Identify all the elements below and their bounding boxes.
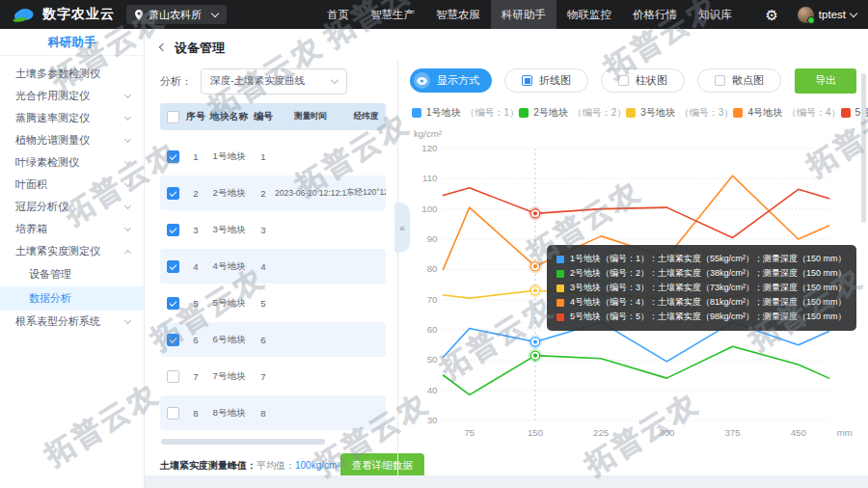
row-checkbox-cell xyxy=(160,407,185,420)
y-tick-label: 30 xyxy=(427,415,438,425)
nav-item[interactable]: 价格行情 xyxy=(622,0,688,29)
nav-item[interactable]: 智慧生产 xyxy=(360,0,425,29)
app-title: 数字农业云 xyxy=(42,6,115,23)
sidebar-item[interactable]: 植物光谱测量仪 xyxy=(0,129,144,151)
table-cell: 6号地块 xyxy=(206,334,252,346)
table-row[interactable]: 33号地块3 xyxy=(160,212,386,247)
table-header-cell: 测量时间 xyxy=(275,111,346,122)
page-header: 设备管理 xyxy=(145,29,868,60)
table-cell: 2 xyxy=(185,188,206,199)
collapse-panel-button[interactable]: « xyxy=(394,203,410,253)
chart-type-checkbox[interactable]: 散点图 xyxy=(697,68,781,93)
table-cell: 2 xyxy=(252,188,275,199)
location-selector[interactable]: 萧山农科所 xyxy=(126,5,227,24)
table-cell: 7 xyxy=(185,371,206,382)
vertical-scrollbar[interactable] xyxy=(861,73,866,223)
table-cell: 4 xyxy=(185,261,206,272)
line-chart-svg[interactable]: 30405060708090100110120kg/cm²75150225300… xyxy=(410,125,856,447)
table-header-cell: 地块名称 xyxy=(206,110,252,123)
legend-item[interactable]: 4号地块（编号：4） xyxy=(733,106,840,120)
sidebar: 科研助手 土壤多参数检测仪光合作用测定仪蒸腾速率测定仪植物光谱测量仪叶绿素检测仪… xyxy=(0,29,145,488)
location-text: 萧山农科所 xyxy=(149,8,206,22)
table-header-cell: 序号 xyxy=(185,110,206,123)
top-nav: 首页智慧生产智慧农服科研助手物联监控价格行情知识库 xyxy=(316,0,743,29)
peak-text: 土壤紧实度测量峰值：平均值：100kg/cm² xyxy=(160,459,340,473)
legend-swatch xyxy=(733,108,743,118)
nav-item[interactable]: 智慧农服 xyxy=(425,0,491,29)
table-row[interactable]: 44号地块4 xyxy=(160,249,386,284)
row-checkbox[interactable] xyxy=(167,297,179,310)
nav-item[interactable]: 知识库 xyxy=(688,0,743,29)
table-row[interactable]: 55号地块5 xyxy=(160,285,386,320)
filter-row: 分析： 深度-土壤紧实度曲线 xyxy=(160,68,386,95)
legend-item[interactable]: 3号地块（编号：3） xyxy=(626,106,733,120)
analysis-select-value: 深度-土壤紧实度曲线 xyxy=(210,74,305,88)
sidebar-item[interactable]: 培养箱 xyxy=(0,218,144,240)
gear-icon[interactable]: ⚙ xyxy=(765,8,777,22)
table-header-cell: 编号 xyxy=(252,110,275,123)
legend-swatch xyxy=(626,108,636,118)
chart-type-checkbox[interactable]: 折线图 xyxy=(504,68,588,93)
back-chevron-icon[interactable] xyxy=(159,43,167,51)
sidebar-item[interactable]: 蒸腾速率测定仪 xyxy=(0,107,144,129)
nav-item[interactable]: 首页 xyxy=(316,0,360,29)
legend-code: （编号：1） xyxy=(466,106,520,120)
sidebar-item[interactable]: 土壤多参数检测仪 xyxy=(0,63,144,85)
legend-name: 2号地块 xyxy=(533,106,568,120)
sidebar-item[interactable]: 根系表型分析系统 xyxy=(0,311,144,333)
sidebar-item-label: 根系表型分析系统 xyxy=(15,314,100,329)
row-checkbox[interactable] xyxy=(167,260,179,273)
horizontal-scrollbar[interactable] xyxy=(161,439,325,445)
row-checkbox[interactable] xyxy=(167,370,179,383)
legend-item[interactable]: 2号地块（编号：2） xyxy=(519,106,626,120)
chart-type-label: 散点图 xyxy=(732,73,764,88)
chevron-down-icon xyxy=(124,317,131,324)
table-cell: 1 xyxy=(185,151,206,162)
nav-item[interactable]: 科研助手 xyxy=(491,0,556,29)
chart-type-checkbox[interactable]: 柱状图 xyxy=(601,68,685,93)
row-checkbox[interactable] xyxy=(167,407,179,420)
table-row[interactable]: 22号地块22023-06-20 12:12:14东经120°12';北 xyxy=(160,176,386,210)
bottom-strip xyxy=(145,475,868,488)
x-tick-label: 300 xyxy=(659,427,674,438)
table-cell: 1号地块 xyxy=(206,150,252,163)
sidebar-item[interactable]: 叶绿素检测仪 xyxy=(0,151,144,174)
sidebar-item-label: 蒸腾速率测定仪 xyxy=(15,111,90,125)
table-row[interactable]: 66号地块6 xyxy=(160,322,386,357)
sidebar-subitem[interactable]: 数据分析 xyxy=(0,286,144,311)
select-all-checkbox[interactable] xyxy=(167,111,179,123)
sidebar-item[interactable]: 冠层分析仪 xyxy=(0,196,144,218)
y-tick-label: 120 xyxy=(421,143,437,153)
legend-item[interactable]: 1号地块（编号：1） xyxy=(412,106,519,120)
y-tick-label: 70 xyxy=(427,294,438,305)
legend-name: 4号地块 xyxy=(747,106,782,120)
table-row[interactable]: 11号地块1 xyxy=(160,139,386,174)
row-checkbox[interactable] xyxy=(167,334,179,346)
legend-code: （编号：3） xyxy=(680,106,734,120)
analysis-select[interactable]: 深度-土壤紧实度曲线 xyxy=(201,68,347,95)
series-line[interactable] xyxy=(444,346,829,394)
table-row[interactable]: 88号地块8 xyxy=(160,395,386,430)
series-line[interactable] xyxy=(444,176,829,269)
row-checkbox[interactable] xyxy=(167,187,179,200)
legend-swatch xyxy=(519,108,529,118)
layout: 科研助手 土壤多参数检测仪光合作用测定仪蒸腾速率测定仪植物光谱测量仪叶绿素检测仪… xyxy=(0,29,868,488)
series-line[interactable] xyxy=(444,322,829,362)
chart[interactable]: 30405060708090100110120kg/cm²75150225300… xyxy=(410,125,856,447)
series-line[interactable] xyxy=(444,285,829,300)
display-mode-button[interactable]: 显示方式 xyxy=(410,68,492,93)
row-checkbox[interactable] xyxy=(167,224,179,236)
sidebar-item[interactable]: 土壤紧实度测定仪 xyxy=(0,240,144,262)
user-menu[interactable]: tptest xyxy=(798,7,856,23)
main: 设备管理 分析： 深度-土壤紧实度曲线 序号地块名称编号测量时间经纬度 11号地… xyxy=(145,29,868,488)
y-tick-label: 40 xyxy=(427,385,438,395)
sidebar-item[interactable]: 光合作用测定仪 xyxy=(0,85,144,107)
sidebar-item[interactable]: 叶面积 xyxy=(0,174,144,196)
chevron-down-icon xyxy=(124,136,131,143)
table-row[interactable]: 77号地块7 xyxy=(160,359,386,393)
legend-swatch xyxy=(412,108,421,118)
sidebar-subitem[interactable]: 设备管理 xyxy=(0,262,144,286)
nav-item[interactable]: 物联监控 xyxy=(556,0,622,29)
row-checkbox[interactable] xyxy=(167,150,179,163)
export-button[interactable]: 导出 xyxy=(795,68,856,94)
